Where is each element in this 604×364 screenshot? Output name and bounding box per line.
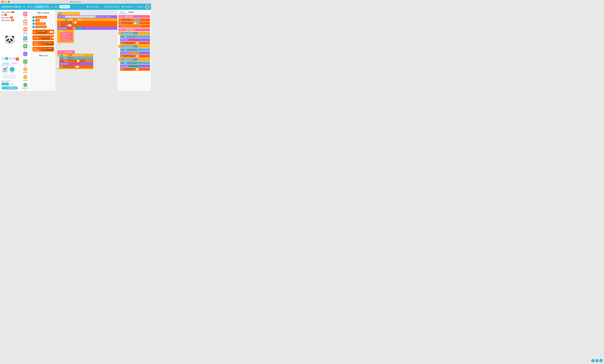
- settings-button[interactable]: ⚙️Setting: [135, 6, 143, 8]
- how-to-use-link[interactable]: How to use device?: [1, 77, 18, 79]
- var-check-left-power[interactable]: [33, 23, 35, 25]
- upload-mode-btn[interactable]: Upload: [1, 83, 9, 85]
- cat-variables[interactable]: Var Variables: [20, 90, 30, 91]
- if-r1: if: [119, 33, 120, 34]
- cat-iot[interactable]: IoT: [20, 59, 30, 66]
- code-canvas[interactable]: 🤖 when CyberPi starts up 🖥 print Press B…: [56, 10, 117, 91]
- pc2-dd[interactable]: clockwork ▼: [127, 49, 136, 51]
- lp-dd[interactable]: left_power ▼: [122, 19, 131, 21]
- cat-sensing[interactable]: Sensing: [20, 36, 30, 43]
- var-check-base-power[interactable]: [33, 16, 35, 18]
- cat-operators[interactable]: + Operators: [20, 82, 30, 90]
- cat-control-label: Control: [23, 79, 28, 81]
- close-button[interactable]: [2, 1, 4, 3]
- display-rgb-2: 🖥 display: [120, 51, 150, 54]
- forward-dropdown[interactable]: forward ▼: [69, 60, 76, 62]
- cat-ai[interactable]: AI AI: [20, 51, 30, 59]
- disp-colors3: [129, 65, 139, 67]
- device-close-btn[interactable]: ✕: [6, 67, 8, 69]
- connect-button[interactable]: 🔗 Connect: [1, 86, 18, 90]
- moves-block: 🚗 moves forward ▼ 5 cm ▼ until done: [59, 60, 93, 62]
- publish-button[interactable]: Publish: [59, 5, 70, 8]
- base-power-dd[interactable]: base_power ▼: [61, 22, 72, 24]
- make-list-button[interactable]: Make a List: [33, 54, 54, 57]
- cat-lan[interactable]: LAN: [20, 43, 30, 51]
- var-check-right-power[interactable]: [33, 26, 35, 28]
- svg-point-5: [25, 29, 25, 30]
- mode-info-icon[interactable]: ℹ: [11, 80, 11, 82]
- show-block[interactable]: show variable base_power ▼: [33, 41, 54, 46]
- cyberpi-device-card[interactable]: ✕ 🤖 CyberPi: [1, 66, 8, 73]
- var-check-kp[interactable]: [33, 20, 35, 22]
- user-guide-button[interactable]: 📖User Guide: [87, 6, 99, 8]
- button-b-dd[interactable]: B ▼: [68, 54, 72, 56]
- bp-dd30[interactable]: base_power ▼: [124, 42, 134, 44]
- set-val-input[interactable]: 0: [50, 31, 53, 33]
- tab-devices[interactable]: Devices: [1, 62, 11, 65]
- minimize-button[interactable]: [5, 1, 7, 3]
- tab-python[interactable]: Python: [127, 11, 135, 14]
- cat-control[interactable]: Control: [20, 74, 30, 82]
- save-button[interactable]: 💾Save: [51, 6, 58, 8]
- maximize-button[interactable]: [8, 1, 10, 3]
- var-block-base-power[interactable]: base_power: [35, 16, 47, 19]
- make-variable-button[interactable]: Make a Variable: [33, 11, 54, 15]
- avatar[interactable]: 👤: [145, 5, 149, 9]
- bp-dd2[interactable]: base_power ▼: [63, 66, 74, 68]
- set-block[interactable]: set base_power ▼ to 0: [33, 30, 54, 34]
- var-block-right-power[interactable]: right_power: [35, 25, 47, 28]
- bp-dd20[interactable]: base_power ▼: [124, 55, 134, 57]
- wait-until-block: wait until 🤖 button B ▼ pressed?: [57, 18, 117, 21]
- rp-dd[interactable]: right_power ▼: [122, 22, 132, 24]
- pc1-dd[interactable]: clockwork: [127, 36, 135, 37]
- hide-var-dropdown[interactable]: base_power ▼: [43, 47, 53, 51]
- feedback-button[interactable]: 💬Feedback: [122, 6, 132, 8]
- var-checkbox-kp: kp: [33, 19, 54, 22]
- hide-block[interactable]: hide variable base_power ▼: [33, 47, 54, 51]
- add-device-button[interactable]: +: [10, 67, 14, 72]
- cm-dropdown[interactable]: cm ▼: [80, 60, 85, 62]
- tab-sprites[interactable]: Sprites: [11, 62, 18, 65]
- start-again-label: start_again: [62, 39, 70, 41]
- var-block-left-power[interactable]: left_power: [35, 22, 46, 25]
- show-var-dropdown[interactable]: base_power ▼: [43, 42, 53, 45]
- pc3-dd[interactable]: clockwork ▼: [127, 62, 136, 64]
- set-var-dropdown[interactable]: base_power ▼: [36, 30, 47, 34]
- rgb-num1[interactable]: 1 ▼: [133, 32, 137, 34]
- stop-button[interactable]: ■: [16, 57, 19, 61]
- cat-display[interactable]: Display: [20, 19, 30, 26]
- to-l: to: [131, 19, 133, 21]
- change-val-input[interactable]: 1: [52, 37, 56, 39]
- kp-dd[interactable]: kp ▼: [61, 24, 66, 26]
- tab-blocks[interactable]: Blocks: [118, 11, 127, 14]
- cat-events[interactable]: Events: [20, 67, 30, 74]
- cat-motion[interactable]: Motion Sensing: [20, 27, 30, 35]
- rgb-num3[interactable]: 1 ▼: [133, 59, 137, 61]
- button-dropdown[interactable]: B ▼: [73, 19, 77, 21]
- change-var-dropdown[interactable]: base_power ▼: [40, 36, 49, 40]
- refresh-button[interactable]: ↺: [22, 5, 26, 8]
- file-menu[interactable]: 📁File: [27, 6, 33, 8]
- view-grid-btn[interactable]: ⊞: [5, 57, 8, 60]
- view-full-btn[interactable]: ⊡: [1, 57, 4, 60]
- iot-icon: [23, 60, 27, 64]
- example-programs-button[interactable]: 📚Example Programs: [101, 6, 120, 8]
- dc3-s1: [129, 65, 131, 67]
- cat-led[interactable]: LED: [20, 11, 30, 19]
- moves-icon: 🚗: [61, 60, 63, 62]
- live-mode-btn[interactable]: Live: [9, 83, 15, 85]
- panda-icon: 🐼: [4, 35, 15, 44]
- set-bpp: set: [121, 69, 123, 70]
- rgb-num2[interactable]: 1 ▼: [133, 46, 137, 47]
- project-name-input[interactable]: [34, 5, 50, 8]
- control-icon: [23, 75, 27, 79]
- to-bp30: to: [134, 42, 136, 44]
- if-r2: if: [119, 46, 120, 47]
- iron-dropdown[interactable]: iron ▼: [67, 57, 73, 59]
- view-tiles-btn[interactable]: ⊟: [13, 57, 16, 60]
- view-list-btn[interactable]: ☰: [9, 57, 12, 60]
- var-block-kp[interactable]: kp: [35, 19, 40, 22]
- change-block[interactable]: change base_power ▼ by 1: [33, 35, 54, 40]
- bp-ddp[interactable]: base_power ▼: [124, 68, 134, 70]
- then-label: then: [79, 54, 82, 56]
